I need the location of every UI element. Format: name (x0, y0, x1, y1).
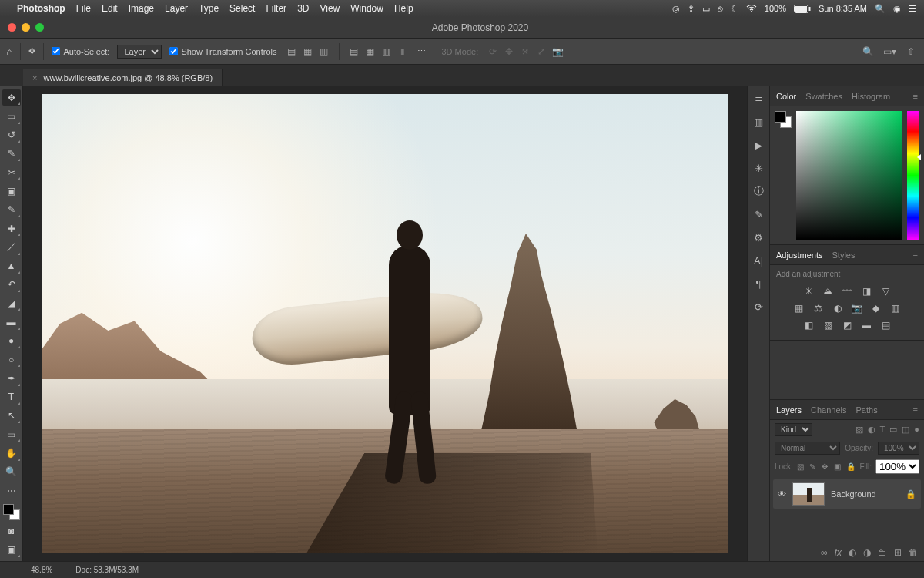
gradient-tool[interactable]: ▬ (2, 314, 21, 330)
siri-icon[interactable]: ◉ (893, 4, 901, 14)
filter-type-icon[interactable]: T (880, 425, 886, 435)
align-right-icon[interactable]: ▥ (317, 45, 331, 59)
channel-mixer-adj-icon[interactable]: ◆ (870, 302, 882, 314)
status-icon[interactable]: ⎋ (718, 4, 723, 13)
menu-filter[interactable]: Filter (266, 3, 286, 14)
info-panel-icon[interactable]: ⓘ (751, 183, 766, 199)
align-center-h-icon[interactable]: ▦ (301, 45, 315, 59)
menu-image[interactable]: Image (129, 3, 154, 14)
clock[interactable]: Sun 8:35 AM (819, 4, 867, 13)
fill-dropdown[interactable]: 100% (875, 459, 919, 474)
tab-histogram[interactable]: Histogram (852, 92, 890, 101)
align-bottom-icon[interactable]: ▥ (380, 45, 393, 59)
hue-slider[interactable] (907, 111, 919, 240)
paragraph-panel-icon[interactable]: ¶ (751, 276, 766, 291)
lock-all-icon[interactable]: 🔒 (846, 462, 855, 472)
hue-sat-adj-icon[interactable]: ▦ (793, 302, 805, 314)
3d-scale-icon[interactable]: ⤢ (534, 45, 548, 59)
character-panel-icon[interactable]: A| (751, 253, 766, 268)
lock-move-icon[interactable]: ✥ (822, 462, 831, 472)
pen-tool[interactable]: ✒ (2, 370, 21, 386)
quick-mask-tool[interactable]: ◙ (2, 523, 21, 539)
menu-select[interactable]: Select (229, 3, 255, 14)
lock-artboard-icon[interactable]: ▣ (834, 462, 843, 472)
more-icon[interactable]: ⋯ (417, 46, 426, 56)
color-lookup-adj-icon[interactable]: ▥ (889, 302, 902, 314)
filter-shape-icon[interactable]: ▭ (889, 425, 897, 435)
lock-position-icon[interactable]: ✎ (809, 462, 819, 472)
layer-fx-icon[interactable]: fx (835, 547, 842, 558)
new-layer-icon[interactable]: ⊞ (894, 547, 902, 558)
new-fill-adj-icon[interactable]: ◑ (863, 547, 871, 558)
menu-help[interactable]: Help (394, 3, 413, 14)
filter-adjust-icon[interactable]: ◐ (868, 425, 875, 435)
clone-stamp-tool[interactable]: ▲ (2, 258, 21, 274)
posterize-adj-icon[interactable]: ▨ (822, 319, 834, 331)
3d-orbit-icon[interactable]: ⟳ (486, 45, 500, 59)
tab-paths[interactable]: Paths (856, 405, 878, 415)
menu-layer[interactable]: Layer (165, 3, 188, 14)
auto-select-checkbox[interactable]: Auto-Select: (52, 47, 109, 56)
path-select-tool[interactable]: ↖ (2, 408, 21, 424)
canvas-area[interactable] (23, 86, 747, 561)
status-icon[interactable]: ☾ (731, 4, 738, 14)
selective-color-adj-icon[interactable]: ▤ (879, 319, 892, 331)
menu-type[interactable]: Type (199, 3, 219, 14)
home-button[interactable]: ⌂ (6, 45, 12, 58)
visibility-icon[interactable]: 👁 (778, 489, 786, 499)
navigator-panel-icon[interactable]: ▥ (751, 114, 766, 129)
actions-panel-icon[interactable]: ▶ (751, 137, 766, 153)
levels-adj-icon[interactable]: ⛰ (822, 285, 834, 297)
lock-icon[interactable]: 🔒 (906, 489, 916, 499)
color-swatch[interactable] (3, 504, 20, 520)
marquee-tool[interactable]: ▭ (2, 108, 21, 124)
bw-adj-icon[interactable]: ◐ (832, 302, 844, 314)
zoom-button[interactable] (35, 23, 44, 32)
move-tool-icon[interactable]: ✥ (28, 46, 35, 56)
tab-adjustments[interactable]: Adjustments (776, 250, 823, 260)
screen-mode-tool[interactable]: ▣ (2, 542, 21, 558)
menu-window[interactable]: Window (350, 3, 383, 14)
color-field[interactable] (796, 111, 902, 240)
hand-tool[interactable]: ✋ (2, 445, 21, 461)
lasso-tool[interactable]: ↺ (2, 127, 21, 143)
panel-menu-icon[interactable]: ≡ (913, 250, 918, 260)
link-layers-icon[interactable]: ∞ (821, 547, 828, 558)
curves-adj-icon[interactable]: 〰 (841, 285, 853, 297)
frame-tool[interactable]: ▣ (2, 183, 21, 199)
align-middle-icon[interactable]: ▦ (363, 45, 377, 59)
status-icon[interactable]: ⇪ (688, 4, 695, 14)
brushes-panel-icon[interactable]: ✎ (751, 207, 766, 222)
minimize-button[interactable] (22, 23, 30, 32)
3d-camera-icon[interactable]: 📷 (551, 45, 564, 59)
tab-channels[interactable]: Channels (811, 405, 846, 415)
threshold-adj-icon[interactable]: ◩ (841, 319, 853, 331)
dodge-tool[interactable]: ○ (2, 351, 21, 368)
vibrance-adj-icon[interactable]: ▽ (879, 285, 892, 297)
zoom-tool[interactable]: 🔍 (2, 464, 21, 480)
move-tool[interactable]: ✥ (2, 89, 21, 106)
new-group-icon[interactable]: 🗀 (878, 547, 887, 558)
align-top-icon[interactable]: ▤ (347, 45, 361, 59)
menu-edit[interactable]: Edit (102, 3, 118, 14)
close-tab-icon[interactable]: × (32, 73, 37, 82)
status-icon[interactable]: ▭ (702, 4, 710, 14)
crop-tool[interactable]: ✂ (2, 164, 21, 180)
status-icon[interactable]: ◎ (672, 4, 680, 14)
eraser-tool[interactable]: ◪ (2, 295, 21, 311)
filter-pixel-icon[interactable]: ▧ (855, 425, 863, 435)
quick-select-tool[interactable]: ✎ (2, 146, 21, 162)
color-balance-adj-icon[interactable]: ⚖ (812, 302, 825, 314)
search-icon[interactable]: 🔍 (861, 45, 875, 59)
auto-select-dropdown[interactable]: Layer (117, 45, 162, 59)
healing-tool[interactable]: ✚ (2, 220, 21, 237)
close-button[interactable] (8, 23, 16, 32)
battery-icon[interactable] (794, 5, 811, 13)
zoom-level[interactable]: 48.8% (31, 566, 52, 574)
blur-tool[interactable]: ● (2, 333, 21, 349)
brush-settings-icon[interactable]: ⚙ (751, 230, 766, 245)
layer-name[interactable]: Background (831, 489, 876, 499)
filter-kind-dropdown[interactable]: Kind (775, 423, 812, 436)
tab-color[interactable]: Color (776, 92, 796, 101)
exposure-adj-icon[interactable]: ◨ (860, 285, 872, 297)
